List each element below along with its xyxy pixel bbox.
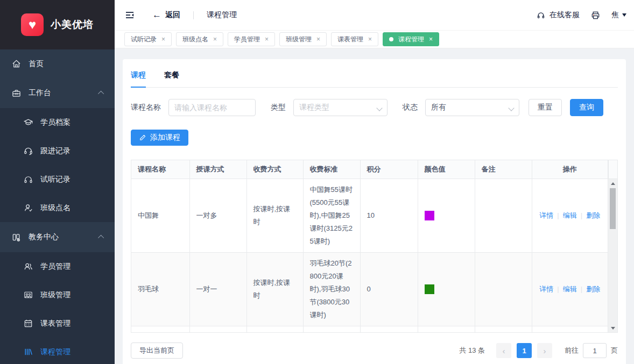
filter-bar: 课程名称 类型 课程类型 状态 所有 重置 查询 <box>131 99 618 116</box>
prev-page-button[interactable] <box>496 343 511 358</box>
col-fee-type: 收费方式 <box>246 160 303 179</box>
headphones-icon <box>23 174 33 185</box>
chevron-up-icon <box>98 235 104 241</box>
col-fee-standard: 收费标准 <box>303 160 360 179</box>
scroll-up-icon[interactable] <box>608 180 617 187</box>
table-row: 中国舞 一对多 按课时,按课时 中国舞55课时(5500元55课时),中国舞25… <box>131 179 608 252</box>
sidebar-item-timetable-manage[interactable]: 课表管理 <box>0 309 115 338</box>
tag-label: 班级管理 <box>286 35 312 44</box>
sidebar-collapse-icon[interactable] <box>124 10 135 20</box>
col-color: 颜色值 <box>418 160 475 179</box>
type-label: 类型 <box>271 103 286 112</box>
close-icon[interactable] <box>368 36 372 42</box>
cell-color <box>418 326 475 333</box>
goto-page-input[interactable] <box>583 343 607 358</box>
sidebar-item-label: 教务中心 <box>29 232 59 242</box>
sidebar-item-class-manage[interactable]: 班级管理 <box>0 281 115 309</box>
next-page-button[interactable] <box>537 343 552 358</box>
tag-course-manage-active[interactable]: 课程管理 <box>383 32 439 46</box>
online-service-label: 在线客服 <box>550 10 580 20</box>
tab-package[interactable]: 套餐 <box>164 70 179 87</box>
tab-course[interactable]: 课程 <box>131 70 146 87</box>
back-label: 返回 <box>165 10 180 20</box>
sidebar: ♥ 小美优培 首页 工作台 学员档案 跟进记录 <box>0 0 115 364</box>
divider: | <box>581 211 582 219</box>
close-icon[interactable] <box>161 36 165 42</box>
close-icon[interactable] <box>429 36 433 42</box>
sidebar-item-roll-call[interactable]: 班级点名 <box>0 194 115 222</box>
cell-actions: 详情|编辑|删除 <box>532 326 608 333</box>
edit-link[interactable]: 编辑 <box>563 211 577 219</box>
delete-link[interactable]: 删除 <box>586 285 600 293</box>
books-gear-icon <box>11 232 22 242</box>
course-table: 课程名称 授课方式 收费方式 收费标准 积分 颜色值 备注 操作 中国舞 一对多 <box>131 160 618 333</box>
export-page-button[interactable]: 导出当前页 <box>131 342 183 359</box>
user-menu[interactable]: 焦 <box>611 10 626 20</box>
scrollbar-thumb[interactable] <box>610 188 616 229</box>
table-row: 画画 一对多 按课时 画画(12000元98课时) 0 详情|编辑|删除 <box>131 326 608 333</box>
table-scrollbar[interactable] <box>608 179 617 332</box>
sidebar-item-course-manage[interactable]: 课程管理 <box>0 338 115 364</box>
chevron-left-icon <box>503 346 505 355</box>
back-button[interactable]: 返回 <box>152 10 180 20</box>
sidebar-item-label: 首页 <box>29 59 44 69</box>
cell-teach-mode: 一对多 <box>189 179 246 252</box>
close-icon[interactable] <box>316 36 320 42</box>
divider: | <box>557 211 559 219</box>
calendar-icon <box>23 318 33 329</box>
table-row: 羽毛球 一对一 按课时,按课时 羽毛球20节(2800元20课时),羽毛球30节… <box>131 252 608 326</box>
scrollbar-header-filler <box>608 160 617 179</box>
detail-link[interactable]: 详情 <box>539 285 553 293</box>
close-icon[interactable] <box>265 36 269 42</box>
search-button[interactable]: 查询 <box>570 99 603 116</box>
content-card: 课程 套餐 课程名称 类型 课程类型 状态 所有 重置 查询 <box>123 59 626 364</box>
sidebar-item-student-manage[interactable]: 学员管理 <box>0 252 115 281</box>
briefcase-icon <box>11 88 22 98</box>
cell-points: 0 <box>360 326 418 333</box>
print-button[interactable] <box>590 10 601 20</box>
color-swatch <box>425 284 434 294</box>
cell-color <box>418 252 475 326</box>
tag-trial-records[interactable]: 试听记录 <box>124 32 172 46</box>
status-select[interactable]: 所有 <box>425 99 519 116</box>
sidebar-menu: 首页 工作台 学员档案 跟进记录 试听记录 <box>0 49 115 364</box>
type-select-placeholder: 课程类型 <box>299 103 329 112</box>
status-select-value: 所有 <box>431 103 446 112</box>
page-number-button[interactable]: 1 <box>517 343 532 358</box>
user-name: 焦 <box>611 10 619 20</box>
tag-class-manage[interactable]: 班级管理 <box>279 32 327 46</box>
delete-link[interactable]: 删除 <box>586 211 600 219</box>
online-service-button[interactable]: 在线客服 <box>536 10 580 20</box>
col-teach-mode: 授课方式 <box>189 160 246 179</box>
course-name-label: 课程名称 <box>131 103 161 112</box>
sidebar-item-follow-up[interactable]: 跟进记录 <box>0 137 115 165</box>
sidebar-item-home[interactable]: 首页 <box>0 49 115 78</box>
chevron-up-icon <box>98 91 104 97</box>
goto-page: 前往 页 <box>565 343 618 358</box>
cell-teach-mode: 一对一 <box>189 252 246 326</box>
course-name-input[interactable] <box>168 99 256 116</box>
tag-student-manage[interactable]: 学员管理 <box>228 32 275 46</box>
type-select[interactable]: 课程类型 <box>293 99 388 116</box>
goto-label: 前往 <box>565 346 579 355</box>
detail-link[interactable]: 详情 <box>539 211 553 219</box>
sidebar-item-student-archive[interactable]: 学员档案 <box>0 108 115 137</box>
app-logo[interactable]: ♥ 小美优培 <box>0 0 115 49</box>
headset-mic-icon <box>23 146 33 156</box>
chevron-right-icon <box>544 346 546 355</box>
add-course-button[interactable]: 添加课程 <box>131 130 188 146</box>
divider: | <box>557 285 559 293</box>
tag-roll-call[interactable]: 班级点名 <box>176 32 223 46</box>
cell-course-name: 羽毛球 <box>131 252 189 326</box>
tag-timetable-manage[interactable]: 课表管理 <box>331 32 378 46</box>
close-icon[interactable] <box>213 36 217 42</box>
edit-link[interactable]: 编辑 <box>563 285 577 293</box>
cell-fee-standard: 中国舞55课时(5500元55课时),中国舞25课时(3125元25课时) <box>303 179 360 252</box>
sidebar-item-academic-center[interactable]: 教务中心 <box>0 222 115 252</box>
sidebar-item-workbench[interactable]: 工作台 <box>0 78 115 108</box>
reset-button[interactable]: 重置 <box>529 99 562 116</box>
opened-tags-bar: 试听记录 班级点名 学员管理 班级管理 课表管理 课程管理 <box>115 31 634 48</box>
scroll-down-icon[interactable] <box>608 324 617 332</box>
tag-label: 班级点名 <box>182 35 208 44</box>
sidebar-item-trial-records[interactable]: 试听记录 <box>0 165 115 194</box>
